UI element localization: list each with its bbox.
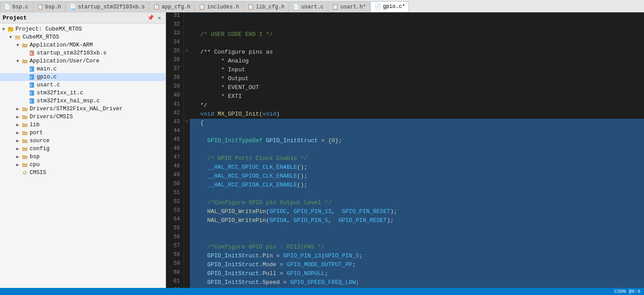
tree-label-project-root: Project: CubeMX_RTOS <box>15 26 82 32</box>
line-code[interactable]: GPIO_InitStruct.Pull = GPIO_NOPULL; <box>190 269 644 278</box>
tree-item-project-root[interactable]: Project: CubeMX_RTOS <box>0 25 166 33</box>
line-code[interactable]: void MX_GPIO_Init(void) <box>190 110 644 119</box>
line-row-48: 48 __HAL_RCC_GPIOC_CLK_ENABLE(); <box>166 163 644 172</box>
line-code[interactable]: /*Configure GPIO pin : PC13|PA5 */ <box>190 243 644 252</box>
tree-arrow-lib[interactable] <box>14 121 21 128</box>
tree-item-main-c[interactable]: Cmain.c <box>0 65 166 73</box>
line-code[interactable] <box>190 128 644 136</box>
line-code[interactable]: * Analog <box>190 57 644 66</box>
tree-arrow-drivers-cmsis[interactable] <box>14 113 21 120</box>
tree-item-drivers-stm[interactable]: Drivers/STM32F1xx_HAL_Driver <box>0 105 166 113</box>
fold-indicator <box>184 207 190 216</box>
tree-item-cpu[interactable]: cpu <box>0 161 166 169</box>
line-code[interactable] <box>190 145 644 154</box>
tab-usart-c[interactable]: 📄usart.c <box>289 1 328 12</box>
svg-point-39 <box>24 172 26 174</box>
line-number: 36 <box>166 57 184 66</box>
line-code[interactable]: GPIO_InitStruct.Pin = GPIO_PIN_13|GPIO_P… <box>190 252 644 260</box>
tree-arrow-config[interactable] <box>14 145 21 152</box>
tree-item-stm32f1xx-it[interactable]: Cstm32f1xx_it.c <box>0 89 166 97</box>
line-code[interactable]: HAL_GPIO_WritePin(GPIOA, GPIO_PIN_5, GPI… <box>190 216 644 225</box>
sidebar: Project 📌 ✕ Project: CubeMX_RTOSCubeMX_R… <box>0 12 166 288</box>
tree-arrow-project-root[interactable] <box>0 26 7 33</box>
tree-label-lib: lib <box>30 122 40 128</box>
tree-item-startup[interactable]: Sstartup_stm32f103xb.s <box>0 49 166 57</box>
tree-item-source[interactable]: source <box>0 137 166 145</box>
close-icon[interactable]: ✕ <box>156 14 163 21</box>
line-row-59: 59 GPIO_InitStruct.Mode = GPIO_MODE_OUTP… <box>166 260 644 269</box>
line-code[interactable]: GPIO_InitStruct.Speed = GPIO_SPEED_FREQ_… <box>190 278 644 287</box>
line-number: 58 <box>166 252 184 260</box>
tree-arrow-cubemx-rtos[interactable] <box>7 34 14 41</box>
tab-app-cfg-h[interactable]: 📋app_cfg.h <box>149 1 194 12</box>
tree-item-drivers-cmsis[interactable]: Drivers/CMSIS <box>0 113 166 121</box>
tab-bar: 📄bsp.c📋bsp.h📃startup_stm32f103xb.s📋app_c… <box>0 0 644 12</box>
line-code[interactable] <box>190 12 644 21</box>
line-code[interactable]: /* GPIO Ports Clock Enable */ <box>190 154 644 163</box>
tree-item-config[interactable]: config <box>0 145 166 153</box>
tree-item-app-mdk[interactable]: Application/MDK-ARM <box>0 41 166 49</box>
line-code[interactable]: /*Configure GPIO pin Output Level */ <box>190 198 644 207</box>
code-area[interactable]: 31 32 33 /* USER CODE END 1 */34 35⊟ /**… <box>166 12 644 288</box>
tree-item-bsp[interactable]: bsp <box>0 153 166 161</box>
line-code[interactable]: * EXTI <box>190 92 644 101</box>
tree-arrow-bsp[interactable] <box>14 153 21 160</box>
fold-indicator[interactable]: ⊟ <box>184 48 190 57</box>
line-code[interactable]: * Output <box>190 74 644 83</box>
line-code[interactable]: GPIO_InitTypeDef GPIO_InitStruct = {0}; <box>190 136 644 145</box>
tree-item-gpio-c[interactable]: Cgpio.c <box>0 73 166 81</box>
tree-item-usart-c[interactable]: Cusart.c <box>0 81 166 89</box>
line-code[interactable]: __HAL_RCC_GPIOA_CLK_ENABLE(); <box>190 181 644 190</box>
tree-item-lib[interactable]: lib <box>0 121 166 129</box>
tree-item-cubemx-rtos[interactable]: CubeMX_RTOS <box>0 33 166 41</box>
line-number: 52 <box>166 198 184 207</box>
line-code[interactable] <box>190 234 644 243</box>
tree-arrow-app-mdk[interactable] <box>14 42 21 49</box>
tab-file-icon: 📃 <box>69 4 76 10</box>
line-code[interactable] <box>190 39 644 48</box>
line-row-40: 40 * EXTI <box>166 92 644 101</box>
tab-bsp-h[interactable]: 📋bsp.h <box>33 1 65 12</box>
tree-arrow-port[interactable] <box>14 129 21 136</box>
line-code[interactable]: */ <box>190 101 644 110</box>
line-code[interactable]: __HAL_RCC_GPIOD_CLK_ENABLE(); <box>190 172 644 181</box>
line-row-54: 54 HAL_GPIO_WritePin(GPIOA, GPIO_PIN_5, … <box>166 216 644 225</box>
line-number: 32 <box>166 21 184 30</box>
tab-lib-cfg-h[interactable]: 📋lib_cfg.h <box>243 1 289 12</box>
svg-rect-23 <box>22 107 24 109</box>
line-code[interactable]: /* USER CODE END 1 */ <box>190 30 644 39</box>
tree-item-app-user[interactable]: Application/User/Core <box>0 57 166 65</box>
tree-arrow-drivers-stm[interactable] <box>14 105 21 113</box>
tree-icon-folder <box>21 58 28 65</box>
tree-item-cmsis[interactable]: CMSIS <box>0 169 166 177</box>
line-code[interactable]: /** Configure pins as <box>190 48 644 57</box>
fold-indicator[interactable]: ⊟ <box>184 119 190 128</box>
status-bar: CSDN @6:6 <box>0 288 644 295</box>
line-code[interactable] <box>190 225 644 234</box>
tree-label-stm32f1xx-hal: stm32f1xx_hal_msp.c <box>37 98 100 104</box>
tab-label: usart.c <box>301 4 324 10</box>
tab-startup-stm32f103xb-s[interactable]: 📃startup_stm32f103xb.s <box>66 1 149 12</box>
line-code[interactable]: GPIO_InitStruct.Mode = GPIO_MODE_OUTPUT_… <box>190 260 644 269</box>
tree-item-stm32f1xx-hal[interactable]: Cstm32f1xx_hal_msp.c <box>0 97 166 105</box>
tab-bsp-c[interactable]: 📄bsp.c <box>0 1 32 12</box>
line-code[interactable] <box>190 21 644 30</box>
line-code[interactable]: __HAL_RCC_GPIOC_CLK_ENABLE(); <box>190 163 644 172</box>
line-code[interactable]: HAL_GPIO_WritePin(GPIOC, GPIO_PIN_13, GP… <box>190 207 644 216</box>
line-code[interactable]: * EVENT_OUT <box>190 83 644 92</box>
tree-icon-folder <box>21 42 28 49</box>
tree-arrow-cpu[interactable] <box>14 161 21 168</box>
svg-rect-11 <box>22 59 24 61</box>
tree-arrow-app-user[interactable] <box>14 58 21 65</box>
line-code[interactable]: { <box>190 119 644 128</box>
line-code[interactable]: * Input <box>190 66 644 74</box>
tree-arrow-source[interactable] <box>14 137 21 144</box>
tree-item-port[interactable]: port <box>0 129 166 137</box>
tab-includes-h[interactable]: 📋includes.h <box>195 1 243 12</box>
line-code[interactable] <box>190 190 644 198</box>
tab-usart-h-[interactable]: 📋usart.h* <box>328 1 370 12</box>
fold-indicator <box>184 145 190 154</box>
line-row-36: 36 * Analog <box>166 57 644 66</box>
pin-icon[interactable]: 📌 <box>147 14 154 21</box>
tab-gpio-c-[interactable]: 📄gpio.c* <box>370 1 409 12</box>
